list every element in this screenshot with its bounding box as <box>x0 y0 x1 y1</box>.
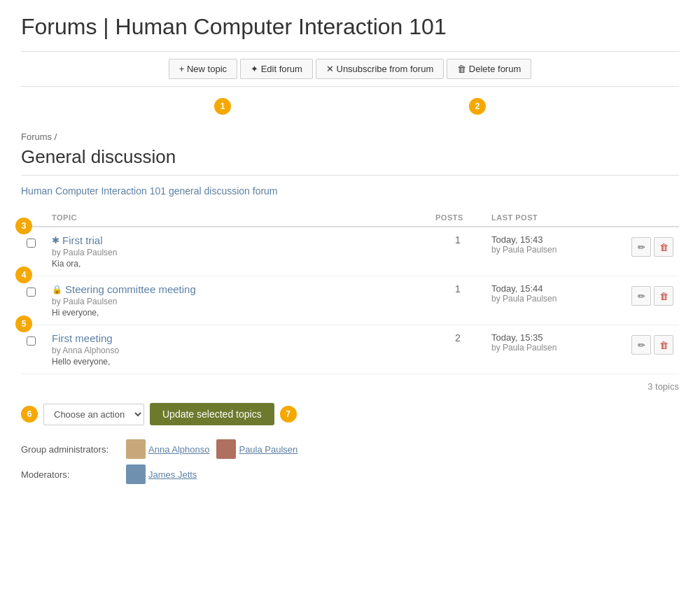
col-header-lastpost: LAST POST <box>486 209 626 227</box>
topic-lastpost-3: Today, 15:35by Paula Paulsen <box>486 325 626 374</box>
admin-user-1: Anna Alphonso <box>126 439 209 459</box>
topic-snippet-2: Hi everyone, <box>52 308 424 318</box>
topic-posts-3: 2 <box>430 325 486 374</box>
topic-lastpost-2: Today, 15:44by Paula Paulsen <box>486 276 626 325</box>
topic-checkbox-3[interactable] <box>27 336 36 346</box>
admins-section: Group administrators: Anna Alphonso Paul… <box>21 439 679 484</box>
topic-checkbox-2[interactable] <box>27 288 36 297</box>
topic-delete-button-3[interactable]: 🗑 <box>654 335 673 355</box>
topic-author-2: by Paula Paulsen <box>52 297 424 306</box>
topic-actions-2: ✏🗑 <box>631 283 673 306</box>
topic-snippet-3: Hello everyone, <box>52 357 424 367</box>
lock-icon: 🔒 <box>52 285 62 294</box>
section-divider <box>21 175 679 176</box>
delete-forum-button[interactable]: 🗑 Delete forum <box>447 59 531 79</box>
badge-4: 4 <box>15 267 32 283</box>
lastpost-by-2: by Paula Paulsen <box>491 294 620 304</box>
page-title: Forums | Human Computer Interaction 101 <box>21 14 679 40</box>
toolbar: + New topic ✦ Edit forum ✕ Unsubscribe f… <box>21 51 679 87</box>
moderators-label: Moderators: <box>21 469 119 480</box>
topic-title-2[interactable]: Steering committee meeting <box>65 283 196 295</box>
badge-6: 6 <box>21 406 38 423</box>
forum-description: Human Computer Interaction 101 general d… <box>21 185 679 197</box>
admin-name-1[interactable]: Anna Alphonso <box>148 444 209 455</box>
topic-snippet-1: Kia ora, <box>52 259 424 269</box>
mod-name-1[interactable]: James Jetts <box>148 469 197 480</box>
sticky-icon: ✱ <box>52 235 59 246</box>
admins-label: Group administrators: <box>21 444 119 455</box>
topic-actions-3: ✏🗑 <box>631 332 673 355</box>
topic-author-1: by Paula Paulsen <box>52 248 424 257</box>
unsubscribe-button[interactable]: ✕ Unsubscribe from forum <box>316 59 444 79</box>
badge-1: 1 <box>214 98 231 115</box>
breadcrumb: Forums / <box>21 132 679 142</box>
update-topics-button[interactable]: Update selected topics <box>150 403 274 425</box>
badge-5: 5 <box>15 315 32 332</box>
edit-forum-button[interactable]: ✦ Edit forum <box>240 59 313 79</box>
mod-avatar-1 <box>126 464 146 484</box>
topic-lastpost-1: Today, 15:43by Paula Paulsen <box>486 227 626 276</box>
section-title: General discussion <box>21 146 679 168</box>
table-row: 5First meetingby Anna AlphonsoHello ever… <box>21 325 679 374</box>
lastpost-time-3: Today, 15:35 <box>491 332 620 343</box>
topic-posts-1: 1 <box>430 227 486 276</box>
admin-name-2[interactable]: Paula Paulsen <box>239 444 298 455</box>
table-row: 3✱First trialby Paula PaulsenKia ora,1To… <box>21 227 679 276</box>
badge-7: 7 <box>280 406 297 423</box>
lastpost-time-2: Today, 15:44 <box>491 283 620 294</box>
badge-2: 2 <box>469 98 486 115</box>
moderators-row: Moderators: James Jetts <box>21 464 679 484</box>
col-header-actions <box>626 209 679 227</box>
topics-count: 3 topics <box>21 374 679 399</box>
topic-edit-button-2[interactable]: ✏ <box>631 286 651 306</box>
breadcrumb-forums-link[interactable]: Forums <box>21 132 52 142</box>
topic-edit-button-1[interactable]: ✏ <box>631 237 651 257</box>
admin-user-2: Paula Paulsen <box>216 439 298 459</box>
admin-avatar-2 <box>216 439 236 459</box>
topic-title-1[interactable]: First trial <box>62 234 103 246</box>
lastpost-time-1: Today, 15:43 <box>491 234 620 245</box>
new-topic-button[interactable]: + New topic <box>169 59 237 79</box>
action-select[interactable]: Choose an action <box>43 404 144 425</box>
col-header-posts: POSTS <box>430 209 486 227</box>
topic-checkbox-1[interactable] <box>27 239 36 248</box>
topic-delete-button-2[interactable]: 🗑 <box>654 286 673 306</box>
topics-table: TOPIC POSTS LAST POST 3✱First trialby Pa… <box>21 209 679 374</box>
admin-avatar-1 <box>126 439 146 459</box>
topic-posts-2: 1 <box>430 276 486 325</box>
lastpost-by-1: by Paula Paulsen <box>491 245 620 255</box>
col-header-topic: TOPIC <box>46 209 430 227</box>
topic-edit-button-3[interactable]: ✏ <box>631 335 651 355</box>
topic-author-3: by Anna Alphonso <box>52 346 424 355</box>
admins-row: Group administrators: Anna Alphonso Paul… <box>21 439 679 459</box>
topic-delete-button-1[interactable]: 🗑 <box>654 237 673 257</box>
bottom-action-bar: 6 Choose an action Update selected topic… <box>21 403 679 425</box>
topic-actions-1: ✏🗑 <box>631 234 673 257</box>
topic-title-3[interactable]: First meeting <box>52 332 113 344</box>
lastpost-by-3: by Paula Paulsen <box>491 343 620 353</box>
table-row: 4🔒Steering committee meetingby Paula Pau… <box>21 276 679 325</box>
badge-3: 3 <box>15 218 32 234</box>
mod-user-1: James Jetts <box>126 464 197 484</box>
